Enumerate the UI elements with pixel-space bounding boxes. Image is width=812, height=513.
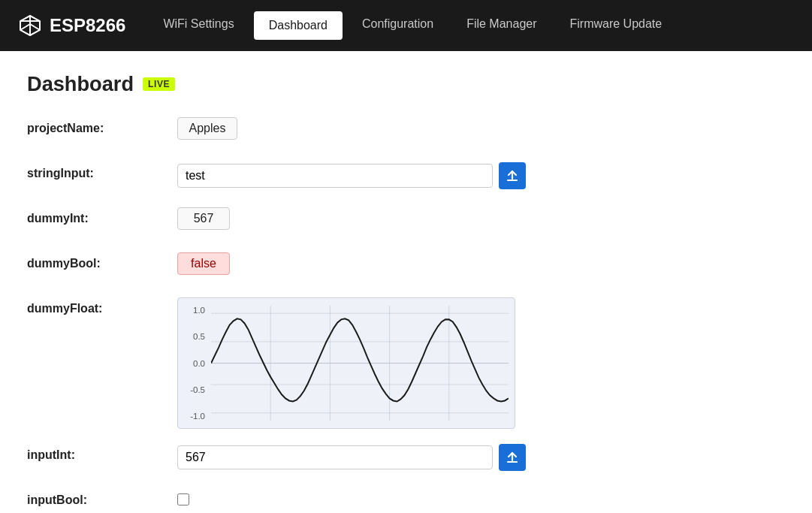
- nav-configuration[interactable]: Configuration: [349, 11, 447, 40]
- value-string-input: [177, 162, 526, 189]
- svg-line-4: [30, 24, 40, 30]
- value-project-name: Apples: [177, 117, 237, 140]
- svg-line-3: [20, 24, 30, 30]
- brand-name: ESP8266: [50, 15, 125, 36]
- input-int-field[interactable]: [177, 445, 493, 469]
- input-bool-checkbox[interactable]: [177, 493, 189, 505]
- chart-svg: [211, 306, 509, 421]
- dummy-bool-value: false: [177, 252, 230, 275]
- value-input-int: [177, 444, 526, 471]
- label-input-bool: inputBool:: [27, 489, 177, 507]
- cube-icon: [18, 14, 42, 38]
- nav-wifi-settings[interactable]: WiFi Settings: [149, 11, 247, 40]
- chart-y-labels: 1.0 0.5 0.0 -0.5 -1.0: [181, 306, 208, 421]
- value-dummy-int: 567: [177, 207, 230, 230]
- field-row-input-bool: inputBool:: [27, 489, 785, 513]
- y-label-1: 1.0: [193, 306, 205, 315]
- y-label-4: -0.5: [190, 385, 205, 394]
- label-project-name: projectName:: [27, 117, 177, 135]
- nav-firmware-update[interactable]: Firmware Update: [557, 11, 676, 40]
- string-input-send-button[interactable]: [499, 162, 526, 189]
- field-row-dummy-bool: dummyBool: false: [27, 252, 785, 282]
- nav-file-manager[interactable]: File Manager: [453, 11, 550, 40]
- brand: ESP8266: [18, 14, 125, 38]
- chart-line: [211, 318, 509, 401]
- field-row-string-input: stringInput:: [27, 162, 785, 192]
- dummy-int-value: 567: [177, 207, 230, 230]
- page-title: Dashboard: [27, 72, 134, 96]
- label-dummy-int: dummyInt:: [27, 207, 177, 225]
- upload-icon: [506, 169, 519, 183]
- label-dummy-float: dummyFloat:: [27, 297, 177, 315]
- string-input-field[interactable]: [177, 164, 493, 188]
- value-input-bool: [177, 489, 189, 505]
- float-chart: 1.0 0.5 0.0 -0.5 -1.0: [177, 297, 515, 429]
- project-name-value: Apples: [177, 117, 237, 140]
- field-row-dummy-float: dummyFloat: 1.0 0.5 0.0 -0.5 -1.0: [27, 297, 785, 429]
- label-input-int: inputInt:: [27, 444, 177, 462]
- field-row-input-int: inputInt:: [27, 444, 785, 474]
- value-dummy-bool: false: [177, 252, 230, 275]
- field-row-dummy-int: dummyInt: 567: [27, 207, 785, 237]
- upload-icon-2: [506, 451, 519, 464]
- value-dummy-float: 1.0 0.5 0.0 -0.5 -1.0: [177, 297, 515, 429]
- label-string-input: stringInput:: [27, 162, 177, 180]
- y-label-3: 0.0: [193, 359, 205, 368]
- y-label-2: 0.5: [193, 332, 205, 341]
- label-dummy-bool: dummyBool:: [27, 252, 177, 270]
- nav-links: WiFi Settings Dashboard Configuration Fi…: [149, 11, 675, 40]
- input-int-send-button[interactable]: [499, 444, 526, 471]
- y-label-5: -1.0: [190, 412, 205, 421]
- field-row-project-name: projectName: Apples: [27, 117, 785, 147]
- page-title-row: Dashboard LIVE: [27, 72, 785, 96]
- main-content: Dashboard LIVE projectName: Apples strin…: [0, 51, 812, 513]
- live-badge: LIVE: [143, 77, 175, 91]
- nav-dashboard[interactable]: Dashboard: [254, 11, 343, 40]
